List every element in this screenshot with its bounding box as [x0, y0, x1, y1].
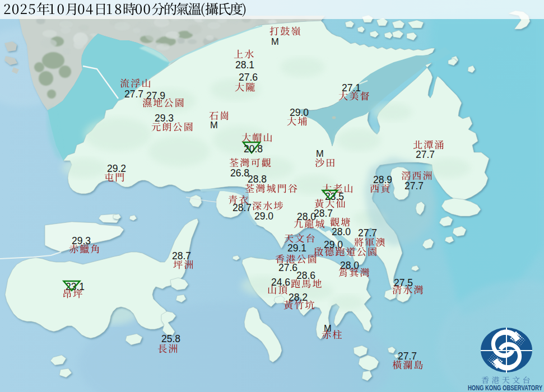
svg-text:M: M [271, 36, 279, 46]
svg-text:28.7: 28.7 [314, 208, 333, 219]
svg-text:29.2: 29.2 [107, 163, 126, 174]
svg-text:28.9: 28.9 [373, 174, 392, 185]
svg-text:M: M [210, 120, 218, 130]
svg-text:27.1: 27.1 [342, 82, 361, 94]
svg-text:27.6: 27.6 [239, 72, 258, 83]
svg-text:HONG KONG OBSERVATORY: HONG KONG OBSERVATORY [468, 384, 543, 392]
svg-text:28.6: 28.6 [296, 270, 315, 281]
svg-text:20.8: 20.8 [244, 143, 263, 155]
svg-text:29.0: 29.0 [254, 211, 273, 222]
svg-text:29.3: 29.3 [155, 113, 174, 124]
svg-text:27.7: 27.7 [404, 180, 424, 192]
svg-text:27.7: 27.7 [416, 149, 435, 160]
svg-text:26.8: 26.8 [230, 167, 249, 179]
svg-text:29.0: 29.0 [290, 107, 309, 118]
svg-text:28.1: 28.1 [235, 59, 254, 71]
svg-text:M: M [316, 148, 324, 158]
svg-text:27.9: 27.9 [146, 90, 165, 101]
svg-text:28.7: 28.7 [233, 202, 252, 213]
svg-text:25.8: 25.8 [161, 333, 180, 344]
svg-text:28.8: 28.8 [248, 174, 267, 185]
svg-text:M: M [324, 323, 332, 333]
svg-text:24.6: 24.6 [271, 277, 290, 288]
svg-text:27.7: 27.7 [398, 351, 417, 362]
svg-text:27.6: 27.6 [278, 262, 297, 273]
svg-text:27.7: 27.7 [358, 227, 377, 239]
svg-text:28.7: 28.7 [172, 250, 191, 262]
svg-text:29.1: 29.1 [287, 242, 306, 254]
svg-text:27.7: 27.7 [124, 88, 143, 100]
svg-text:28.0: 28.0 [332, 226, 351, 237]
